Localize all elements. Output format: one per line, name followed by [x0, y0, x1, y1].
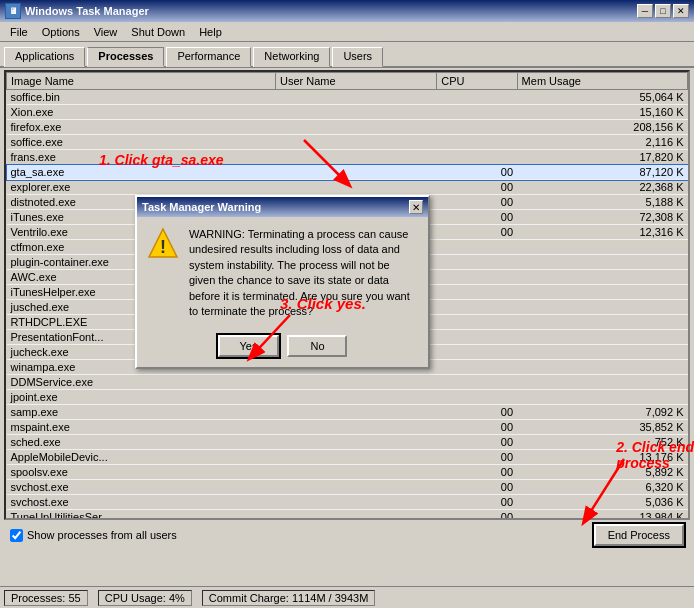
status-processes: Processes: 55	[4, 590, 88, 606]
col-cpu[interactable]: CPU	[437, 73, 517, 90]
process-mem: 15,160 K	[517, 105, 687, 120]
dialog-no-button[interactable]: No	[287, 335, 347, 357]
process-user	[276, 465, 437, 480]
menu-help[interactable]: Help	[193, 25, 228, 39]
process-mem	[517, 285, 687, 300]
tab-processes[interactable]: Processes	[87, 47, 164, 67]
table-row[interactable]: samp.exe 00 7,092 K	[7, 405, 688, 420]
process-cpu	[437, 345, 517, 360]
table-row[interactable]: firefox.exe 208,156 K	[7, 120, 688, 135]
process-user	[276, 420, 437, 435]
process-name: frans.exe	[7, 150, 276, 165]
process-mem: 5,892 K	[517, 465, 687, 480]
show-all-processes: Show processes from all users	[10, 529, 177, 542]
process-cpu	[437, 285, 517, 300]
table-row[interactable]: soffice.bin 55,064 K	[7, 90, 688, 105]
process-mem: 752 K	[517, 435, 687, 450]
show-processes-label: Show processes from all users	[27, 529, 177, 541]
tab-applications[interactable]: Applications	[4, 47, 85, 67]
process-user	[276, 480, 437, 495]
close-button[interactable]: ✕	[673, 4, 689, 18]
process-cpu	[437, 360, 517, 375]
dialog-buttons: Yes No	[137, 329, 428, 367]
table-row[interactable]: frans.exe 17,820 K	[7, 150, 688, 165]
table-row[interactable]: soffice.exe 2,116 K	[7, 135, 688, 150]
process-cpu: 00	[437, 225, 517, 240]
process-mem: 13,176 K	[517, 450, 687, 465]
minimize-button[interactable]: ─	[637, 4, 653, 18]
menu-shutdown[interactable]: Shut Down	[125, 25, 191, 39]
process-mem	[517, 390, 687, 405]
col-image-name[interactable]: Image Name	[7, 73, 276, 90]
process-cpu	[437, 375, 517, 390]
process-mem	[517, 360, 687, 375]
table-row[interactable]: TuneUpUtilitiesSer... 00 13,984 K	[7, 510, 688, 521]
process-mem: 87,120 K	[517, 165, 687, 180]
tab-bar: Applications Processes Performance Netwo…	[0, 42, 694, 68]
dialog-message: WARNING: Terminating a process can cause…	[189, 227, 418, 319]
table-row[interactable]: gta_sa.exe 00 87,120 K	[7, 165, 688, 180]
table-row[interactable]: jpoint.exe	[7, 390, 688, 405]
table-row[interactable]: svchost.exe 00 5,036 K	[7, 495, 688, 510]
process-mem: 22,368 K	[517, 180, 687, 195]
col-mem-usage[interactable]: Mem Usage	[517, 73, 687, 90]
process-cpu	[437, 105, 517, 120]
process-mem: 72,308 K	[517, 210, 687, 225]
title-bar-left: 🖥 Windows Task Manager	[5, 3, 149, 19]
dialog-yes-button[interactable]: Yes	[218, 335, 280, 357]
process-mem	[517, 375, 687, 390]
menu-options[interactable]: Options	[36, 25, 86, 39]
process-mem	[517, 270, 687, 285]
title-bar: 🖥 Windows Task Manager ─ □ ✕	[0, 0, 694, 22]
status-bar: Processes: 55 CPU Usage: 4% Commit Charg…	[0, 586, 694, 608]
task-manager-warning-dialog: Task Manager Warning ✕ ! WARNING: Termin…	[135, 195, 430, 369]
table-row[interactable]: Xion.exe 15,160 K	[7, 105, 688, 120]
process-cpu: 00	[437, 450, 517, 465]
menu-file[interactable]: File	[4, 25, 34, 39]
process-user	[276, 120, 437, 135]
process-mem: 13,984 K	[517, 510, 687, 521]
process-cpu: 00	[437, 495, 517, 510]
tab-performance[interactable]: Performance	[166, 47, 251, 67]
process-mem: 208,156 K	[517, 120, 687, 135]
window-title: Windows Task Manager	[25, 5, 149, 17]
table-row[interactable]: svchost.exe 00 6,320 K	[7, 480, 688, 495]
process-name: firefox.exe	[7, 120, 276, 135]
tab-users[interactable]: Users	[332, 47, 383, 67]
tab-networking[interactable]: Networking	[253, 47, 330, 67]
process-cpu	[437, 240, 517, 255]
dialog-close-button[interactable]: ✕	[409, 200, 423, 214]
col-user-name[interactable]: User Name	[276, 73, 437, 90]
process-cpu: 00	[437, 435, 517, 450]
maximize-button[interactable]: □	[655, 4, 671, 18]
process-cpu: 00	[437, 480, 517, 495]
process-name: svchost.exe	[7, 480, 276, 495]
table-row[interactable]: mspaint.exe 00 35,852 K	[7, 420, 688, 435]
show-processes-checkbox[interactable]	[10, 529, 23, 542]
table-row[interactable]: sched.exe 00 752 K	[7, 435, 688, 450]
process-name: TuneUpUtilitiesSer...	[7, 510, 276, 521]
process-mem: 35,852 K	[517, 420, 687, 435]
process-mem: 6,320 K	[517, 480, 687, 495]
table-row[interactable]: AppleMobileDevic... 00 13,176 K	[7, 450, 688, 465]
menu-view[interactable]: View	[88, 25, 124, 39]
process-mem	[517, 345, 687, 360]
process-name: Xion.exe	[7, 105, 276, 120]
process-user	[276, 135, 437, 150]
process-mem	[517, 330, 687, 345]
process-cpu	[437, 300, 517, 315]
process-name: mspaint.exe	[7, 420, 276, 435]
process-name: samp.exe	[7, 405, 276, 420]
process-mem: 7,092 K	[517, 405, 687, 420]
table-row[interactable]: DDMService.exe	[7, 375, 688, 390]
app-icon: 🖥	[5, 3, 21, 19]
table-row[interactable]: spoolsv.exe 00 5,892 K	[7, 465, 688, 480]
process-user	[276, 90, 437, 105]
process-mem	[517, 240, 687, 255]
process-user	[276, 435, 437, 450]
process-mem	[517, 255, 687, 270]
end-process-button[interactable]: End Process	[594, 524, 684, 546]
process-user	[276, 510, 437, 521]
table-row[interactable]: explorer.exe 00 22,368 K	[7, 180, 688, 195]
process-mem: 5,188 K	[517, 195, 687, 210]
